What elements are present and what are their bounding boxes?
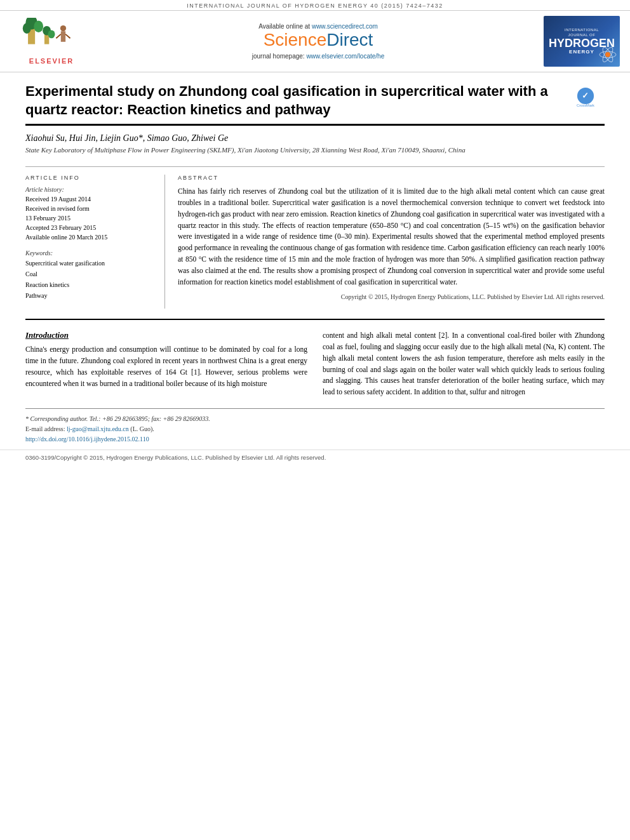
svg-text:✓: ✓ <box>582 91 589 100</box>
available-online-text: Available online at www.sciencedirect.co… <box>93 23 544 30</box>
elsevier-label: ELSEVIER <box>29 57 74 65</box>
svg-point-11 <box>605 52 610 57</box>
authors-names: Xiaohui Su, Hui Jin, Liejin Guo*, Simao … <box>25 133 605 143</box>
keyword-3: Reaction kinetics <box>25 279 154 290</box>
authors-affiliation: State Key Laboratory of Multiphase Flow … <box>25 146 605 154</box>
keywords-group: Keywords: Supercritical water gasificati… <box>25 250 154 301</box>
svg-text:CrossMark: CrossMark <box>577 103 594 107</box>
email-suffix: (L. Guo). <box>130 425 154 432</box>
crossmark-icon: ✓ CrossMark <box>573 86 598 111</box>
introduction-text-right: content and high alkali metal content [2… <box>323 330 605 398</box>
article-title-section: Experimental study on Zhundong coal gasi… <box>25 72 605 126</box>
introduction-heading: Introduction <box>25 330 307 340</box>
authors-section: Xiaohui Su, Hui Jin, Liejin Guo*, Simao … <box>25 126 605 156</box>
email-prefix: E-mail address: <box>25 425 65 432</box>
email-line: E-mail address: lj-guo@mail.xjtu.edu.cn … <box>25 424 605 434</box>
article-info-label: ARTICLE INFO <box>25 175 154 181</box>
logo-energy-text: ENERGY <box>569 49 594 55</box>
article-info-abstract: ARTICLE INFO Article history: Received 1… <box>25 166 605 309</box>
svg-point-6 <box>48 30 55 38</box>
abstract-section: ABSTRACT China has fairly rich reserves … <box>178 175 605 309</box>
atom-icon <box>598 45 617 64</box>
keyword-1: Supercritical water gasification <box>25 258 154 269</box>
article-title: Experimental study on Zhundong coal gasi… <box>25 83 566 119</box>
issn-copyright: 0360-3199/Copyright © 2015, Hydrogen Ene… <box>25 454 326 461</box>
article-info-column: ARTICLE INFO Article history: Received 1… <box>25 175 165 309</box>
keyword-4: Pathway <box>25 290 154 301</box>
center-header: Available online at www.sciencedirect.co… <box>93 23 544 60</box>
received-revised-date: 13 February 2015 <box>25 213 154 223</box>
sciencedirect-science: Science <box>264 30 327 50</box>
homepage-link[interactable]: www.elsevier.com/locate/he <box>306 53 384 60</box>
svg-point-2 <box>34 21 43 32</box>
svg-point-7 <box>60 25 66 31</box>
crossmark-badge[interactable]: ✓ CrossMark <box>566 83 605 114</box>
corresponding-author: * Corresponding author. Tel.: +86 29 826… <box>25 414 605 424</box>
body-two-column: Introduction China's energy production a… <box>25 320 605 398</box>
svg-line-10 <box>65 34 70 38</box>
header-logos: ELSEVIER Available online at www.science… <box>0 11 630 72</box>
history-label: Article history: <box>25 186 154 193</box>
logo-intl-text: InternationalJournal of <box>565 28 599 38</box>
sciencedirect-direct: Direct <box>326 30 373 50</box>
keywords-list: Supercritical water gasification Coal Re… <box>25 258 154 301</box>
svg-point-3 <box>23 23 31 34</box>
sciencedirect-logo: ScienceDirect <box>93 30 544 50</box>
hydrogen-energy-logo: InternationalJournal of HYDROGEN ENERGY <box>544 16 620 67</box>
accepted: Accepted 23 February 2015 <box>25 223 154 232</box>
main-content: Experimental study on Zhundong coal gasi… <box>0 72 630 398</box>
received-1: Received 19 August 2014 <box>25 194 154 204</box>
doi-line: http://dx.doi.org/10.1016/j.ijhydene.201… <box>25 434 605 444</box>
introduction-text-left: China's energy production and consumptio… <box>25 344 307 389</box>
svg-line-9 <box>56 34 60 38</box>
article-history-group: Article history: Received 19 August 2014… <box>25 186 154 242</box>
journal-title-bar: INTERNATIONAL JOURNAL OF HYDROGEN ENERGY… <box>0 3 630 9</box>
email-link[interactable]: lj-guo@mail.xjtu.edu.cn <box>67 425 129 432</box>
svg-rect-8 <box>61 31 65 42</box>
journal-header: INTERNATIONAL JOURNAL OF HYDROGEN ENERGY… <box>0 0 630 11</box>
keywords-label: Keywords: <box>25 250 154 257</box>
received-revised-label: Received in revised form <box>25 204 154 213</box>
body-col-right: content and high alkali metal content [2… <box>323 330 605 398</box>
keyword-2: Coal <box>25 269 154 279</box>
abstract-label: ABSTRACT <box>178 175 605 181</box>
available-online-link[interactable]: www.sciencedirect.com <box>312 23 378 30</box>
footnotes: * Corresponding author. Tel.: +86 29 826… <box>25 408 605 450</box>
available-online: Available online 20 March 2015 <box>25 232 154 242</box>
elsevier-logo: ELSEVIER <box>10 16 93 67</box>
copyright-line: Copyright © 2015, Hydrogen Energy Public… <box>178 293 605 300</box>
abstract-text: China has fairly rich reserves of Zhundo… <box>178 186 605 288</box>
doi-link[interactable]: http://dx.doi.org/10.1016/j.ijhydene.201… <box>25 436 149 443</box>
bottom-bar: 0360-3199/Copyright © 2015, Hydrogen Ene… <box>0 450 630 465</box>
elsevier-tree-icon <box>20 18 83 56</box>
body-col-left: Introduction China's energy production a… <box>25 330 307 398</box>
journal-homepage: journal homepage: www.elsevier.com/locat… <box>93 53 544 60</box>
